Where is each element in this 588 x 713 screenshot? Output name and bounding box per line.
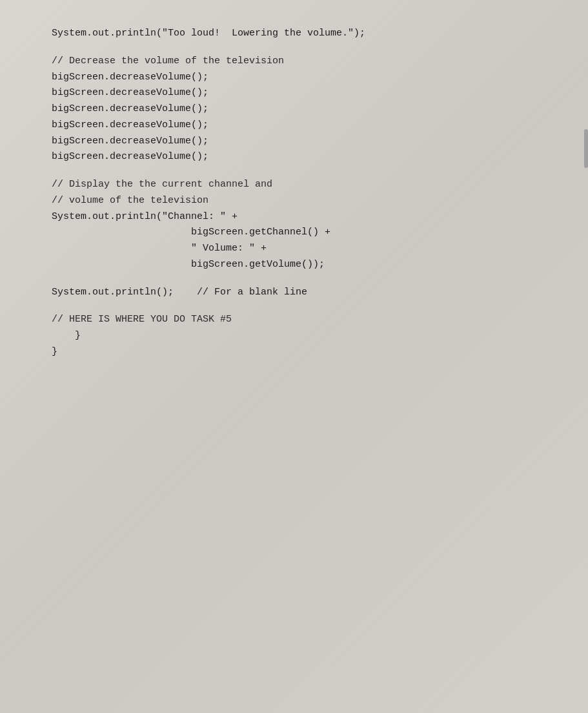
blank-line-1 — [52, 42, 562, 54]
code-line-6: bigScreen.decreaseVolume(); — [52, 134, 562, 150]
scrollbar-thumb[interactable] — [584, 129, 588, 168]
code-line-8: System.out.println("Channel: " + — [52, 209, 562, 225]
code-line-5: bigScreen.decreaseVolume(); — [52, 118, 562, 134]
code-line-7: bigScreen.decreaseVolume(); — [52, 149, 562, 165]
blank-line-4 — [52, 300, 562, 312]
page: System.out.println("Too loud! Lowering t… — [0, 0, 588, 713]
code-block: System.out.println("Too loud! Lowering t… — [0, 26, 588, 360]
code-line-13: } — [52, 328, 562, 344]
code-line-1: System.out.println("Too loud! Lowering t… — [52, 26, 562, 42]
code-line-10: " Volume: " + — [52, 241, 562, 257]
blank-line-3 — [52, 273, 562, 285]
code-line-9: bigScreen.getChannel() + — [52, 225, 562, 241]
code-line-comment-1: // Decrease the volume of the television — [52, 54, 562, 70]
code-line-11: bigScreen.getVolume()); — [52, 257, 562, 273]
code-line-4: bigScreen.decreaseVolume(); — [52, 101, 562, 118]
code-line-14: } — [52, 344, 562, 360]
code-line-comment-4: // HERE IS WHERE YOU DO TASK #5 — [52, 312, 562, 328]
blank-line-2 — [52, 165, 562, 177]
code-line-comment-2: // Display the the current channel and — [52, 177, 562, 193]
code-line-comment-3: // volume of the television — [52, 193, 562, 209]
code-line-2: bigScreen.decreaseVolume(); — [52, 70, 562, 86]
code-line-3: bigScreen.decreaseVolume(); — [52, 85, 562, 101]
code-line-12: System.out.println(); // For a blank lin… — [52, 285, 562, 301]
